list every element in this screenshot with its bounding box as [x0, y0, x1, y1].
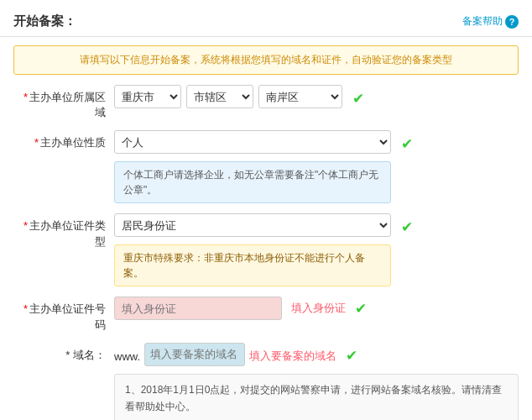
- unit-type-check-icon: ✔: [401, 132, 413, 153]
- cert-no-label: *主办单位证件号码: [13, 297, 114, 332]
- region-content: 重庆市 市辖区 南岸区 ✔: [114, 85, 519, 108]
- help-link-text: 备案帮助: [462, 14, 503, 29]
- city-select[interactable]: 市辖区: [186, 85, 253, 108]
- unit-type-select-row: 个人 ✔: [114, 130, 413, 154]
- cert-type-select-row: 居民身份证 ✔: [114, 213, 413, 237]
- cert-type-row: *主办单位证件类型 居民身份证 ✔ 重庆市特殊要求：非重庆市本地身份证不能进行个…: [8, 213, 524, 286]
- cert-type-label: *主办单位证件类型: [13, 213, 114, 249]
- domain-content: www. 填入要备案的域名 ✔ 1、2018年1月1日0点起，对提交的网站警察申…: [114, 343, 519, 420]
- region-label: *主办单位所属区域: [13, 85, 114, 120]
- cert-type-select[interactable]: 居民身份证: [114, 213, 391, 237]
- cert-no-content: 填入身份证 ✔: [114, 297, 519, 320]
- domain-label: * 域名：: [13, 343, 114, 363]
- required-star-2: *: [34, 136, 39, 149]
- unit-type-content: 个人 ✔ 个体工商户请选择企业，如无公章需要备注"个体工商户无公章"。: [114, 130, 519, 203]
- region-row: *主办单位所属区域 重庆市 市辖区 南岸区 ✔: [8, 85, 524, 120]
- district-select[interactable]: 南岸区: [258, 85, 342, 108]
- unit-type-label: *主办单位性质: [13, 130, 114, 150]
- rule-1: 1、2018年1月1日0点起，对提交的网站警察申请，进行网站备案域名核验。请情清…: [125, 381, 508, 416]
- region-selects: 重庆市 市辖区 南岸区 ✔: [114, 85, 364, 108]
- domain-hint: 填入要备案的域名: [249, 344, 336, 364]
- page-title: 开始备案：: [13, 13, 76, 29]
- province-select[interactable]: 重庆市: [114, 85, 181, 108]
- unit-type-note: 个体工商户请选择企业，如无公章需要备注"个体工商户无公章"。: [114, 161, 391, 203]
- domain-prefix: www.: [114, 346, 140, 363]
- notice-bar: 请填写以下信息开始备案，系统将根据您填写的域名和证件，自动验证您的备案类型: [13, 45, 519, 75]
- cert-type-content: 居民身份证 ✔ 重庆市特殊要求：非重庆市本地身份证不能进行个人备案。: [114, 213, 519, 286]
- cert-type-warning: 重庆市特殊要求：非重庆市本地身份证不能进行个人备案。: [114, 244, 391, 286]
- unit-type-row: *主办单位性质 个人 ✔ 个体工商户请选择企业，如无公章需要备注"个体工商户无公…: [8, 130, 524, 203]
- required-star: *: [23, 91, 28, 103]
- domain-row: * 域名： www. 填入要备案的域名 ✔ 1、2018年1月1日0点起，对提交…: [8, 343, 524, 420]
- cert-no-check-icon: ✔: [355, 297, 367, 318]
- page-header: 开始备案： 备案帮助 ?: [0, 8, 532, 37]
- region-check-icon: ✔: [352, 87, 364, 108]
- cert-no-input[interactable]: [114, 297, 282, 320]
- domain-check-icon: ✔: [346, 344, 357, 365]
- cert-no-row: *主办单位证件号码 填入身份证 ✔: [8, 297, 524, 332]
- cert-type-check-icon: ✔: [401, 215, 413, 236]
- page-container: 开始备案： 备案帮助 ? 请填写以下信息开始备案，系统将根据您填写的域名和证件，…: [0, 0, 532, 420]
- form-container: *主办单位所属区域 重庆市 市辖区 南岸区 ✔: [0, 85, 532, 420]
- cert-no-hint: 填入身份证: [286, 297, 346, 316]
- required-star-3: *: [23, 219, 28, 232]
- rules-box: 1、2018年1月1日0点起，对提交的网站警察申请，进行网站备案域名核验。请情清…: [114, 374, 519, 420]
- required-star-4: *: [23, 302, 28, 315]
- help-icon: ?: [505, 15, 519, 29]
- help-link[interactable]: 备案帮助 ?: [462, 14, 519, 29]
- unit-type-select[interactable]: 个人: [114, 130, 391, 154]
- domain-input-row: www. 填入要备案的域名 ✔: [114, 343, 357, 366]
- domain-input[interactable]: [144, 343, 245, 366]
